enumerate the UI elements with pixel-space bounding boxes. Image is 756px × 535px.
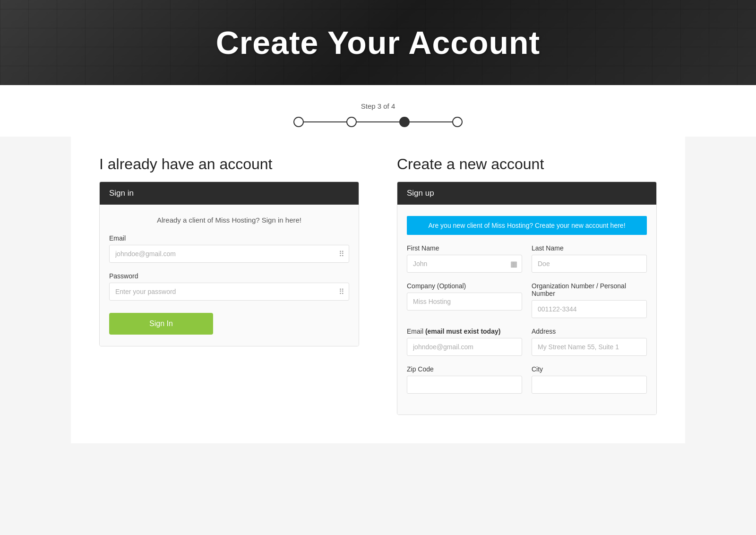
signup-heading: Create a new account bbox=[397, 155, 657, 173]
city-col: City bbox=[532, 365, 647, 394]
company-wrap bbox=[407, 293, 522, 311]
signin-panel: I already have an account Sign in Alread… bbox=[99, 155, 359, 415]
signup-panel: Create a new account Sign up Are you new… bbox=[397, 155, 657, 415]
zip-wrap bbox=[407, 376, 522, 394]
signup-email-col: Email (email must exist today) bbox=[407, 328, 522, 356]
address-wrap bbox=[532, 338, 647, 356]
signin-button[interactable]: Sign In bbox=[109, 313, 213, 335]
signup-email-label: Email (email must exist today) bbox=[407, 328, 522, 335]
org-label: Organization Number / Personal Number bbox=[532, 282, 647, 297]
last-name-label: Last Name bbox=[532, 244, 647, 252]
signup-header: Sign up bbox=[397, 182, 656, 205]
address-label: Address bbox=[532, 328, 647, 335]
email-label: Email bbox=[109, 234, 349, 242]
signin-box: Sign in Already a client of Miss Hosting… bbox=[99, 181, 359, 346]
address-col: Address bbox=[532, 328, 647, 356]
email-address-row: Email (email must exist today) Address bbox=[407, 328, 647, 356]
company-label: Company (Optional) bbox=[407, 282, 522, 290]
password-field-wrap: ⠿ bbox=[109, 283, 349, 301]
org-col: Organization Number / Personal Number bbox=[532, 282, 647, 318]
email-icon: ⠿ bbox=[339, 250, 344, 259]
step-dot-1 bbox=[293, 117, 304, 127]
step-dot-3 bbox=[399, 117, 410, 127]
step-dot-2 bbox=[346, 117, 357, 127]
step-line-2 bbox=[357, 121, 399, 122]
step-line-1 bbox=[304, 121, 346, 122]
signin-heading: I already have an account bbox=[99, 155, 359, 173]
step-line-3 bbox=[410, 121, 452, 122]
page-title: Create Your Account bbox=[216, 24, 541, 61]
signin-email-input[interactable] bbox=[109, 245, 349, 263]
signin-body: Already a client of Miss Hosting? Sign i… bbox=[100, 205, 359, 346]
step-label: Step 3 of 4 bbox=[361, 102, 395, 110]
zip-label: Zip Code bbox=[407, 365, 522, 373]
signup-box: Sign up Are you new client of Miss Hosti… bbox=[397, 181, 657, 415]
main-content: I already have an account Sign in Alread… bbox=[71, 137, 685, 443]
first-name-col: First Name ▦ bbox=[407, 244, 522, 273]
city-label: City bbox=[532, 365, 647, 373]
first-name-icon: ▦ bbox=[510, 259, 517, 268]
last-name-col: Last Name bbox=[532, 244, 647, 273]
zip-city-row: Zip Code City bbox=[407, 365, 647, 394]
signup-email-wrap bbox=[407, 338, 522, 356]
address-input[interactable] bbox=[532, 338, 647, 356]
company-input[interactable] bbox=[407, 293, 522, 311]
password-icon: ⠿ bbox=[339, 287, 344, 296]
signup-body: Are you new client of Miss Hosting? Crea… bbox=[397, 205, 656, 414]
company-row: Company (Optional) Organization Number /… bbox=[407, 282, 647, 318]
signup-banner: Are you new client of Miss Hosting? Crea… bbox=[407, 216, 647, 235]
org-wrap bbox=[532, 300, 647, 318]
password-label: Password bbox=[109, 272, 349, 280]
step-dot-4 bbox=[452, 117, 463, 127]
zip-col: Zip Code bbox=[407, 365, 522, 394]
first-name-input[interactable] bbox=[407, 255, 522, 273]
first-name-wrap: ▦ bbox=[407, 255, 522, 273]
hero-section: Create Your Account bbox=[0, 0, 756, 85]
city-input[interactable] bbox=[532, 376, 647, 394]
signin-info: Already a client of Miss Hosting? Sign i… bbox=[109, 216, 349, 224]
company-col: Company (Optional) bbox=[407, 282, 522, 318]
signin-header: Sign in bbox=[100, 182, 359, 205]
city-wrap bbox=[532, 376, 647, 394]
zip-input[interactable] bbox=[407, 376, 522, 394]
step-indicator: Step 3 of 4 bbox=[0, 85, 756, 137]
name-row: First Name ▦ Last Name bbox=[407, 244, 647, 273]
step-dots bbox=[293, 117, 463, 127]
last-name-wrap bbox=[532, 255, 647, 273]
first-name-label: First Name bbox=[407, 244, 522, 252]
email-field-wrap: ⠿ bbox=[109, 245, 349, 263]
org-input[interactable] bbox=[532, 300, 647, 318]
signup-email-input[interactable] bbox=[407, 338, 522, 356]
last-name-input[interactable] bbox=[532, 255, 647, 273]
signin-password-input[interactable] bbox=[109, 283, 349, 301]
